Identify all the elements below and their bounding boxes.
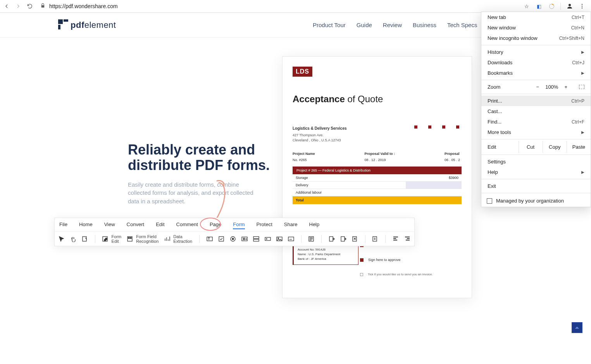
menu-form[interactable]: Form [233,221,245,229]
table-row: Additional labour [293,189,462,196]
project-header: Project # 265 — Federal Logistics & Dist… [293,167,462,174]
button-field-icon[interactable] [265,236,271,242]
menu-copy[interactable]: Copy [543,141,567,153]
svg-point-1 [569,4,571,6]
form-edit-icon [102,236,109,242]
menu-convert[interactable]: Convert [127,221,145,229]
menu-managed: Managed by your organization [481,195,591,207]
menu-comment[interactable]: Comment [176,221,198,229]
menu-help[interactable]: Help [309,221,320,229]
svg-rect-20 [265,237,271,240]
star-icon[interactable]: ☆ [523,3,530,10]
edit-tool-icon[interactable] [82,236,88,242]
export-data-icon[interactable] [340,236,346,242]
list-field-icon[interactable] [253,236,259,242]
menu-find[interactable]: Find...Ctrl+F [481,117,591,127]
chrome-menu-button[interactable] [579,3,586,10]
document-preview: LDS Acceptance of Quote Logistics & Deli… [282,56,472,298]
menu-edit-label: Edit [481,141,519,153]
fullscreen-icon[interactable] [579,85,584,89]
svg-rect-24 [288,237,294,241]
lock-icon [40,3,45,9]
menu-edit[interactable]: Edit [156,221,164,229]
nav-guide[interactable]: Guide [357,22,372,28]
data-extraction-tool[interactable]: Data Extraction [164,234,192,244]
extension-icons: ☆ ◧ [523,3,586,10]
svg-rect-12 [130,237,131,239]
form-edit-tool[interactable]: Form Edit [102,234,122,244]
menu-cast[interactable]: Cast... [481,106,591,117]
scroll-top-button[interactable] [572,322,582,333]
nav-tech-specs[interactable]: Tech Specs [447,22,477,28]
form-recognition-tool[interactable]: Form Field Recognition [127,234,159,244]
menu-share[interactable]: Share [284,221,298,229]
svg-point-21 [266,239,267,239]
profile-icon[interactable] [566,3,573,10]
menu-history[interactable]: History▶ [481,47,591,57]
align-left-icon[interactable] [393,236,399,242]
menu-exit[interactable]: Exit [481,181,591,191]
menu-incognito[interactable]: New incognito windowCtrl+Shift+N [481,33,591,43]
table-row: Delivery [293,182,462,189]
nav-review[interactable]: Review [383,22,402,28]
menu-file[interactable]: File [59,221,67,229]
hand-tool-icon[interactable] [70,236,76,242]
hero-description: Easily create and distribute forms, comb… [128,180,264,206]
menu-bookmarks[interactable]: Bookmarks▶ [481,68,591,78]
reload-button[interactable] [26,3,33,10]
ribbon-menu-row: File Home View Convert Edit Comment Page… [55,218,414,232]
signature-field-icon[interactable] [288,236,294,242]
zoom-out-button[interactable]: − [536,84,539,90]
menu-view[interactable]: View [104,221,115,229]
svg-point-4 [582,7,583,9]
ribbon-tool-row: Form Edit Form Field Recognition Data Ex… [55,232,414,246]
menu-zoom: Zoom − 100% + [481,82,591,92]
forward-button[interactable] [15,3,22,10]
nav-product-tour[interactable]: Product Tour [313,22,346,28]
combo-field-icon[interactable] [241,236,248,242]
menu-new-tab[interactable]: New tabCtrl+T [481,12,591,22]
menu-print[interactable]: Print...Ctrl+P [481,96,591,106]
logo[interactable]: pdfelement [58,19,116,31]
text-field-icon[interactable] [207,236,213,242]
image-field-icon[interactable] [276,236,283,242]
extension-icon-2[interactable] [548,3,555,10]
menu-page[interactable]: Page [210,221,221,229]
checkbox-field-icon[interactable] [218,236,224,242]
more-icon[interactable] [372,236,378,242]
menu-more-tools[interactable]: More tools▶ [481,127,591,137]
menu-settings[interactable]: Settings [481,156,591,167]
extraction-icon [164,236,170,242]
reset-form-icon[interactable] [352,236,358,242]
menu-downloads[interactable]: DownloadsCtrl+J [481,57,591,68]
svg-point-16 [232,238,234,240]
logo-icon [58,19,68,31]
align-right-icon[interactable] [404,236,410,242]
back-button[interactable] [3,3,10,10]
menu-help[interactable]: Help▶ [481,167,591,177]
pointer-tool-icon[interactable] [59,236,65,242]
menu-cut[interactable]: Cut [519,141,543,153]
signature-column: Position Sign here to approve Tick if yo… [360,243,453,287]
menu-paste[interactable]: Paste [567,141,591,153]
radio-field-icon[interactable] [230,236,236,242]
import-data-icon[interactable] [329,236,335,242]
extension-icon-1[interactable]: ◧ [536,3,543,10]
nav-business[interactable]: Business [413,22,436,28]
menu-protect[interactable]: Protect [257,221,272,229]
properties-icon[interactable] [308,236,314,242]
table-row: Storage$3900 [293,174,462,182]
organization-icon [487,198,492,204]
zoom-in-button[interactable]: + [564,84,567,90]
url-text: https://pdf.wondershare.com [49,3,118,9]
menu-home[interactable]: Home [79,221,93,229]
doc-title: Acceptance of Quote [293,94,462,105]
menu-new-window[interactable]: New windowCtrl+N [481,22,591,33]
address-bar[interactable]: https://pdf.wondershare.com [38,3,519,9]
svg-rect-29 [373,237,377,241]
app-ribbon: File Home View Convert Edit Comment Page… [54,218,415,246]
svg-rect-27 [341,237,345,241]
svg-point-23 [278,238,279,239]
doc-badge: LDS [293,67,312,77]
svg-rect-8 [83,237,86,241]
